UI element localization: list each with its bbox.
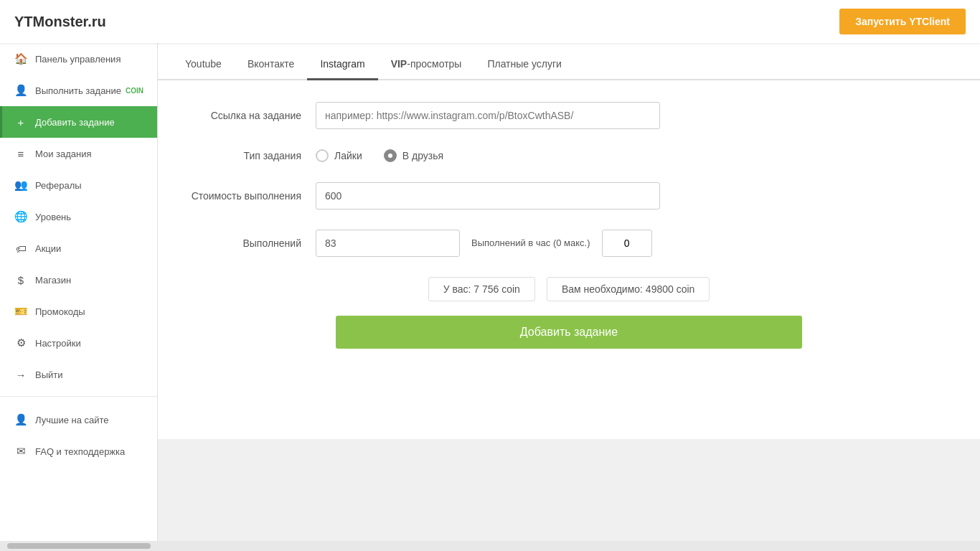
sidebar-icon-promo-codes: 🎫 bbox=[14, 304, 28, 319]
executions-inputs: Выполнений в час (0 макс.) bbox=[316, 230, 652, 257]
executions-per-hour-input[interactable] bbox=[602, 230, 652, 257]
tab-instagram[interactable]: Instagram bbox=[307, 48, 377, 80]
you-need-coins: Вам необходимо: 49800 coin bbox=[547, 277, 710, 301]
task-type-label: Тип задания bbox=[187, 150, 316, 161]
sidebar-icon-promotions: 🏷 bbox=[14, 241, 28, 255]
radio-likes-circle bbox=[316, 149, 329, 162]
sidebar-item-add-task[interactable]: +Добавить задание bbox=[0, 106, 157, 138]
header: YTMonster.ru Запустить YTClient bbox=[0, 0, 980, 43]
sidebar-icon-level: 🌐 bbox=[14, 209, 28, 224]
sidebar-label-promo-codes: Промокоды bbox=[35, 306, 85, 317]
sidebar-label-faq: FAQ и техподдержка bbox=[35, 446, 125, 457]
sidebar-item-logout[interactable]: →Выйти bbox=[0, 359, 157, 390]
sidebar-label-level: Уровень bbox=[35, 212, 71, 222]
sidebar-item-level[interactable]: 🌐Уровень bbox=[0, 201, 157, 232]
sidebar-icon-shop: $ bbox=[14, 273, 28, 287]
tabs-bar: YoutubeВконтактеInstagramVIP-просмотрыПл… bbox=[158, 43, 980, 80]
sidebar-item-promotions[interactable]: 🏷Акции bbox=[0, 232, 157, 264]
sidebar-label-settings: Настройки bbox=[35, 338, 81, 349]
main-content: YoutubeВконтактеInstagramVIP-просмотрыПл… bbox=[158, 43, 980, 551]
radio-friends-label: В друзья bbox=[402, 150, 443, 161]
sidebar-item-promo-codes[interactable]: 🎫Промокоды bbox=[0, 296, 157, 327]
sidebar: 🏠Панель управления👤Выполнить заданиеCOIN… bbox=[0, 43, 158, 551]
tab-vip[interactable]: VIP-просмотры bbox=[378, 48, 475, 80]
scrollbar-thumb[interactable] bbox=[7, 543, 151, 549]
sidebar-divider bbox=[0, 396, 157, 397]
sidebar-label-dashboard: Панель управления bbox=[35, 54, 121, 65]
coin-badge: COIN bbox=[126, 87, 143, 95]
sidebar-label-promotions: Акции bbox=[35, 243, 61, 254]
sidebar-item-top-users[interactable]: 👤Лучшие на сайте bbox=[0, 404, 157, 435]
sidebar-item-my-tasks[interactable]: ≡Мои задания bbox=[0, 138, 157, 169]
executions-per-hour-label: Выполнений в час (0 макс.) bbox=[471, 237, 590, 250]
logo: YTMonster.ru bbox=[14, 14, 106, 30]
sidebar-item-referrals[interactable]: 👥Рефералы bbox=[0, 169, 157, 201]
executions-input[interactable] bbox=[316, 230, 460, 257]
sidebar-item-faq[interactable]: ✉FAQ и техподдержка bbox=[0, 435, 157, 467]
sidebar-icon-faq: ✉ bbox=[14, 444, 28, 458]
sidebar-label-top-users: Лучшие на сайте bbox=[35, 415, 109, 425]
sidebar-label-shop: Магазин bbox=[35, 275, 71, 286]
radio-likes[interactable]: Лайки bbox=[316, 149, 362, 162]
layout: 🏠Панель управления👤Выполнить заданиеCOIN… bbox=[0, 43, 980, 551]
sidebar-icon-complete-task: 👤 bbox=[14, 83, 28, 98]
cost-label: Стоимость выполнения bbox=[187, 190, 316, 202]
tab-youtube[interactable]: Youtube bbox=[172, 48, 235, 80]
link-label: Ссылка на задание bbox=[187, 110, 316, 121]
sidebar-icon-referrals: 👥 bbox=[14, 178, 28, 192]
executions-label: Выполнений bbox=[187, 237, 316, 249]
sidebar-label-logout: Выйти bbox=[35, 369, 63, 380]
sidebar-item-settings[interactable]: ⚙Настройки bbox=[0, 327, 157, 359]
sidebar-item-shop[interactable]: $Магазин bbox=[0, 264, 157, 296]
link-input[interactable] bbox=[316, 102, 660, 129]
radio-friends[interactable]: В друзья bbox=[384, 149, 443, 162]
sidebar-label-add-task: Добавить задание bbox=[35, 117, 115, 128]
cost-input[interactable] bbox=[316, 182, 660, 209]
add-task-button[interactable]: Добавить задание bbox=[336, 316, 802, 349]
sidebar-icon-settings: ⚙ bbox=[14, 336, 28, 350]
link-row: Ссылка на задание bbox=[187, 102, 951, 129]
launch-ytclient-button[interactable]: Запустить YTClient bbox=[839, 9, 966, 34]
coins-row: У вас: 7 756 coin Вам необходимо: 49800 … bbox=[187, 277, 951, 301]
executions-row: Выполнений Выполнений в час (0 макс.) bbox=[187, 230, 951, 257]
task-type-row: Тип задания Лайки В друзья bbox=[187, 149, 951, 162]
cost-row: Стоимость выполнения bbox=[187, 182, 951, 209]
sidebar-label-complete-task: Выполнить задание bbox=[35, 85, 121, 96]
sidebar-icon-my-tasks: ≡ bbox=[14, 146, 28, 161]
form-area: Ссылка на задание Тип задания Лайки В др… bbox=[158, 80, 980, 439]
sidebar-icon-add-task: + bbox=[14, 115, 28, 129]
sidebar-item-complete-task[interactable]: 👤Выполнить заданиеCOIN bbox=[0, 75, 157, 106]
sidebar-icon-top-users: 👤 bbox=[14, 413, 28, 427]
radio-friends-circle bbox=[384, 149, 397, 162]
horizontal-scrollbar[interactable] bbox=[0, 541, 980, 551]
radio-likes-label: Лайки bbox=[334, 150, 362, 161]
sidebar-label-my-tasks: Мои задания bbox=[35, 149, 92, 159]
sidebar-icon-logout: → bbox=[14, 367, 28, 382]
tab-vkontakte[interactable]: Вконтакте bbox=[235, 48, 308, 80]
sidebar-item-dashboard[interactable]: 🏠Панель управления bbox=[0, 43, 157, 75]
sidebar-icon-dashboard: 🏠 bbox=[14, 52, 28, 66]
task-type-radio-group: Лайки В друзья bbox=[316, 149, 443, 162]
tab-paid[interactable]: Платные услуги bbox=[474, 48, 575, 80]
sidebar-label-referrals: Рефералы bbox=[35, 180, 82, 191]
you-have-coins: У вас: 7 756 coin bbox=[428, 277, 535, 301]
